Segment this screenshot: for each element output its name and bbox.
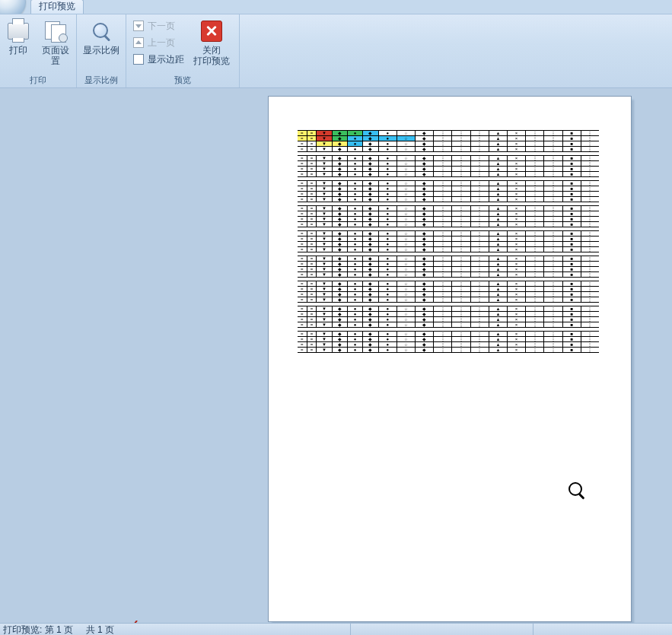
table-cell: ⋮ (471, 181, 489, 186)
table-cell: ⋮ (581, 206, 599, 211)
table-cell: ● (379, 172, 397, 176)
table-cell: ▼ (317, 342, 332, 347)
table-cell: ▲ (489, 217, 508, 221)
table-cell: ⋮ (434, 317, 452, 322)
table-cell: ○ (397, 267, 416, 271)
table-cell: ● (379, 206, 397, 211)
table-cell: ◆ (363, 222, 378, 227)
table-cell: = (307, 141, 317, 146)
table-cell: ⋮ (544, 306, 562, 311)
table-cell: × (508, 297, 526, 302)
table-cell: ◆ (416, 312, 434, 316)
table-cell: ◆ (416, 247, 434, 252)
table-cell: ◆ (416, 292, 434, 297)
table-cell: ■ (563, 222, 581, 227)
table-cell: = (298, 306, 307, 311)
table-cell: ⋮ (581, 272, 599, 277)
next-page-icon (133, 21, 144, 31)
preview-page[interactable]: ==▼◆●◆●○◆⋮⋮⋮▲×⋮⋮■⋮==▼◆●◆●○◆⋮⋮⋮▲×⋮⋮■⋮==▼◆… (268, 96, 632, 622)
ribbon: 打印 页面设置 打印 显示比例 (0, 14, 672, 88)
table-cell: ○ (397, 231, 416, 236)
print-button[interactable]: 打印 (3, 16, 33, 56)
table-cell: = (307, 267, 317, 271)
table-cell: ⋮ (471, 247, 489, 252)
table-cell: ◆ (416, 131, 434, 135)
table-cell: × (508, 337, 526, 341)
table-cell: ◆ (363, 322, 378, 327)
table-cell: × (508, 186, 526, 191)
table-cell: ⋮ (544, 192, 562, 196)
prev-page-button[interactable]: 上一页 (129, 34, 187, 51)
table-cell: = (307, 222, 317, 227)
table-cell: ⋮ (452, 206, 470, 211)
table-cell: ⋮ (434, 237, 452, 241)
table-cell: ▲ (489, 131, 508, 135)
table-cell: ◆ (363, 217, 378, 221)
tab-print-preview[interactable]: 打印预览 (30, 0, 84, 14)
table-cell: = (298, 317, 307, 322)
page-setup-button[interactable]: 页面设置 (38, 16, 73, 66)
table-cell: ◆ (363, 197, 378, 202)
table-cell: ⋮ (471, 141, 489, 146)
table-cell: ◆ (333, 242, 348, 246)
table-cell: ⋮ (526, 297, 544, 302)
table-cell: ⋮ (471, 332, 489, 336)
table-cell: ◆ (416, 181, 434, 186)
table-cell: ▲ (489, 281, 508, 286)
table-cell: ◆ (416, 256, 434, 261)
table-cell: ⋮ (434, 222, 452, 227)
table-cell: = (298, 337, 307, 341)
table-cell: = (298, 332, 307, 336)
table-row: ==▼◆●◆●○◆⋮⋮⋮▲×⋮⋮■⋮ (298, 287, 599, 292)
table-row: ==▼◆●◆●○◆⋮⋮⋮▲×⋮⋮■⋮ (298, 332, 599, 337)
table-cell: ◆ (416, 141, 434, 146)
table-cell: ▼ (317, 312, 332, 316)
table-cell: ⋮ (581, 332, 599, 336)
table-cell: ◆ (333, 237, 348, 241)
table-cell: × (508, 161, 526, 166)
table-cell: ○ (397, 297, 416, 302)
table-cell: ◆ (333, 141, 348, 146)
table-row: ==▼◆●◆●○◆⋮⋮⋮▲×⋮⋮■⋮ (298, 231, 599, 237)
table-cell: ⋮ (526, 312, 544, 316)
zoom-button[interactable]: 显示比例 (83, 16, 119, 56)
table-cell: × (508, 256, 526, 261)
table-cell: ◆ (333, 297, 348, 302)
table-cell: = (298, 192, 307, 196)
table-cell: ■ (563, 186, 581, 191)
table-cell: ⋮ (526, 172, 544, 176)
table-cell: ⋮ (434, 281, 452, 286)
table-cell: ○ (397, 262, 416, 266)
table-cell: ⋮ (471, 172, 489, 176)
table-cell: ◆ (333, 348, 348, 352)
table-cell: ● (379, 147, 397, 151)
table-cell: ⋮ (434, 172, 452, 176)
table-cell: ⋮ (544, 272, 562, 277)
table-cell: ⋮ (544, 267, 562, 271)
table-cell: = (307, 272, 317, 277)
close-preview-button[interactable]: 关闭 打印预览 (192, 16, 231, 66)
next-page-button[interactable]: 下一页 (129, 17, 187, 34)
table-cell: ○ (397, 272, 416, 277)
table-cell: ◆ (333, 167, 348, 171)
table-cell: = (298, 342, 307, 347)
table-row: ==▼◆●◆●○◆⋮⋮⋮▲×⋮⋮■⋮ (298, 206, 599, 211)
table-cell: ⋮ (581, 181, 599, 186)
table-cell: = (307, 342, 317, 347)
table-cell: ◆ (416, 306, 434, 311)
show-margins-checkbox[interactable]: 显示边距 (129, 51, 187, 68)
table-cell: ■ (563, 322, 581, 327)
table-cell: ⋮ (526, 292, 544, 297)
table-cell: ● (348, 292, 363, 297)
table-cell: ● (348, 247, 363, 252)
table-cell: ⋮ (526, 181, 544, 186)
table-cell: ⋮ (526, 161, 544, 166)
table-cell: ○ (397, 337, 416, 341)
table-cell: ⋮ (581, 292, 599, 297)
table-cell: = (307, 297, 317, 302)
table-row: ==▼◆●◆●○◆⋮⋮⋮▲×⋮⋮■⋮ (298, 337, 599, 342)
table-cell: ⋮ (581, 186, 599, 191)
table-cell: = (298, 131, 307, 135)
table-cell: = (298, 222, 307, 227)
table-cell: ◆ (363, 147, 378, 151)
